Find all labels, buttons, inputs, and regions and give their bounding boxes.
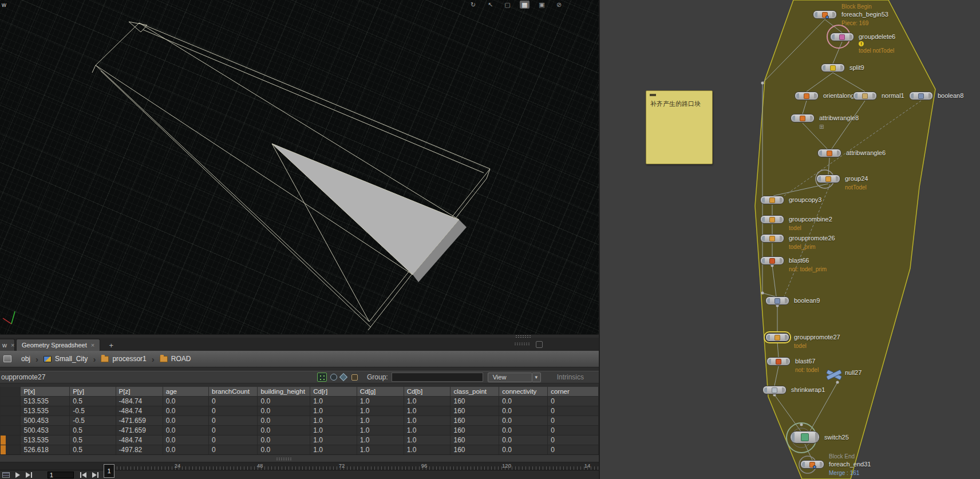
node-groupdelete6[interactable]: groupdelete6todel notTodel! <box>830 33 854 41</box>
node-body[interactable] <box>825 369 841 380</box>
column-header-corner[interactable]: corner <box>548 387 599 396</box>
next-frame-button[interactable] <box>92 472 99 478</box>
select-cursor-icon[interactable]: ↖ <box>485 1 495 9</box>
node-body[interactable] <box>760 256 784 265</box>
node-grouppromote27[interactable]: grouppromote27todel <box>765 333 789 342</box>
primitives-mode-button[interactable] <box>341 374 346 380</box>
node-blast67[interactable]: blast67not: todel <box>766 357 791 366</box>
cell: 1.0 <box>357 425 404 435</box>
node-body[interactable] <box>795 92 819 100</box>
column-header-branchcount[interactable]: branchCount <box>209 387 258 396</box>
table-row[interactable]: 500.453-0.5-471.6590.000.01.01.01.01600.… <box>1 415 599 425</box>
node-body[interactable] <box>830 33 854 41</box>
frame-input[interactable] <box>48 472 74 478</box>
node-null27[interactable]: null27 <box>825 369 841 380</box>
node-body[interactable] <box>766 357 791 366</box>
horizontal-scrollbar[interactable] <box>0 454 599 462</box>
breadcrumb-item-processor1[interactable]: processor1 <box>96 351 151 367</box>
node-body[interactable] <box>813 10 837 19</box>
node-body[interactable] <box>765 333 789 342</box>
table-row[interactable]: 513.5350.5-484.740.000.01.01.01.01600.00 <box>1 435 599 445</box>
points-mode-button[interactable] <box>317 373 327 382</box>
tab-geometry-spreadsheet[interactable]: Geometry Spreadsheet × <box>16 339 100 351</box>
new-tab-button[interactable]: + <box>106 341 116 351</box>
geometry-spreadsheet-table[interactable]: P[x]P[y]P[z]agebranchCountbuilding_heigh… <box>0 387 599 454</box>
column-header-pz[interactable]: P[z] <box>116 387 163 396</box>
column-header-px[interactable]: P[x] <box>21 387 70 396</box>
scrollbar-handle[interactable] <box>276 457 292 461</box>
column-header-py[interactable]: P[y] <box>70 387 116 396</box>
node-split9[interactable]: split9 <box>821 64 845 72</box>
tab-partial[interactable]: w × <box>0 339 15 351</box>
rotate-view-icon[interactable]: ↻ <box>468 1 478 9</box>
node-attribwrangle6[interactable]: attribwrangle6 <box>817 149 841 157</box>
viewport-3d[interactable]: w ↻↖▢▦▣⊘ <box>0 0 599 334</box>
timeline-ruler[interactable]: 2448729612014 <box>0 462 599 470</box>
column-header-cdg[interactable]: Cd[g] <box>357 387 404 396</box>
marquee-select-icon[interactable]: ▢ <box>503 1 512 9</box>
node-body[interactable] <box>791 114 815 122</box>
pane-maximize-icon[interactable] <box>536 341 543 348</box>
node-grouppromote26[interactable]: grouppromote26todel_prim <box>760 234 784 243</box>
column-header-classpoint[interactable]: class_point <box>451 387 499 396</box>
node-body[interactable] <box>800 460 824 469</box>
node-group24[interactable]: group24notTodel <box>816 175 840 183</box>
column-header-cdr[interactable]: Cd[r] <box>310 387 357 396</box>
pane-type-icon[interactable] <box>3 355 11 362</box>
node-body[interactable] <box>765 296 789 305</box>
chevron-down-icon[interactable]: ▾ <box>532 373 541 382</box>
node-foreach_begin53[interactable]: foreach_begin53Block BeginPiece: 169 <box>813 10 837 19</box>
view-dropdown[interactable]: View <box>488 373 532 382</box>
node-body[interactable] <box>760 234 784 243</box>
close-icon[interactable]: × <box>91 342 94 349</box>
node-body[interactable] <box>760 215 784 224</box>
realtime-toggle-icon[interactable] <box>2 472 10 478</box>
column-header-buildingheight[interactable]: building_height <box>258 387 310 396</box>
node-blast66[interactable]: blast66not: todel_prim <box>760 256 784 265</box>
network-editor[interactable]: 补齐产生的路口块 foreach_begin53Block BeginPiece… <box>599 0 980 479</box>
node-body[interactable] <box>853 92 877 100</box>
column-header-cdb[interactable]: Cd[b] <box>404 387 451 396</box>
node-attribwrangle8[interactable]: attribwrangle8⊞ <box>791 114 815 122</box>
intrinsics-button[interactable]: Intrinsics <box>557 373 584 381</box>
node-body[interactable] <box>821 64 845 72</box>
breadcrumb-item-obj[interactable]: obj <box>16 351 35 367</box>
node-foreach_end31[interactable]: foreach_end31Block EndMerge : 161 <box>800 460 824 469</box>
close-icon[interactable]: × <box>11 342 14 349</box>
node-body[interactable] <box>790 431 820 444</box>
table-row[interactable]: 513.535-0.5-484.740.000.01.01.01.01600.0… <box>1 406 599 415</box>
table-row[interactable]: 513.5350.5-484.740.000.01.01.01.01600.00 <box>1 396 599 406</box>
table-row[interactable]: 500.4530.5-471.6590.000.01.01.01.01600.0… <box>1 425 599 435</box>
node-body[interactable] <box>909 92 933 100</box>
previous-frame-button[interactable] <box>80 472 86 478</box>
node-switch25[interactable]: switch25 <box>790 431 820 444</box>
snapshot-icon[interactable]: ▣ <box>537 1 547 9</box>
node-normal1[interactable]: normal1 <box>853 92 877 100</box>
playhead-marker[interactable]: 1 <box>104 464 114 478</box>
node-groupcombine2[interactable]: groupcombine2todel <box>760 215 784 224</box>
jump-to-end-button[interactable] <box>26 472 33 478</box>
node-boolean9[interactable]: boolean9 <box>765 296 789 305</box>
shading-mode-icon[interactable]: ▦ <box>520 1 529 9</box>
node-icon <box>774 298 780 304</box>
node-groupcopy3[interactable]: groupcopy3 <box>760 196 784 204</box>
column-header-age[interactable]: age <box>163 387 208 396</box>
node-body[interactable] <box>760 196 784 204</box>
disable-cook-icon[interactable]: ⊘ <box>554 1 564 9</box>
vertices-mode-button[interactable] <box>330 374 337 381</box>
node-shrinkwrap1[interactable]: shrinkwrap1 <box>762 386 787 394</box>
breadcrumb-item-small-city[interactable]: Small_City <box>38 351 93 367</box>
node-body[interactable] <box>762 386 787 394</box>
node-orientalong[interactable]: orientalong <box>795 92 819 100</box>
node-body[interactable] <box>817 149 841 157</box>
table-row[interactable]: 526.6180.5-497.820.000.01.01.01.01600.00 <box>1 445 599 454</box>
column-header-connectivity[interactable]: connectivity <box>499 387 548 396</box>
breadcrumb-item-road[interactable]: ROAD <box>155 351 196 367</box>
group-input[interactable] <box>392 373 483 382</box>
play-button[interactable] <box>15 472 20 478</box>
detail-mode-button[interactable] <box>350 374 358 381</box>
node-boolean8[interactable]: boolean8 <box>909 92 933 100</box>
node-body[interactable] <box>816 175 840 183</box>
tabbar-drag-handle[interactable] <box>514 342 530 346</box>
node-label: attribwrangle6 <box>846 149 886 156</box>
